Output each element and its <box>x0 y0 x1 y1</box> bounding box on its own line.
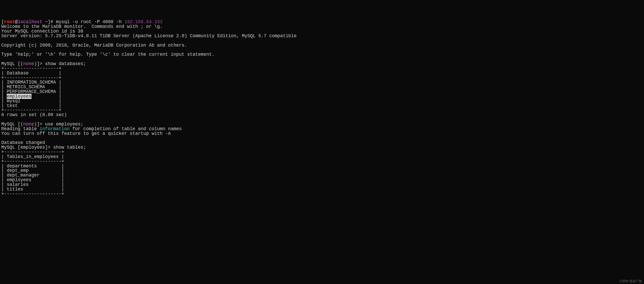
table-border: +---------------------+ <box>1 191 64 197</box>
server-version-line: Server version: 5.7.25-TiDB-v4.0.11 TiDB… <box>1 33 296 39</box>
terminal-output[interactable]: [root@localhost ~]# mysql -u root -P 400… <box>1 20 643 196</box>
turnoff-line: You can turn off this feature to get a q… <box>1 131 171 136</box>
copyright-line: Copyright (c) 2000, 2018, Oracle, MariaD… <box>1 43 187 48</box>
watermark: CSDN @赵广陆 <box>620 280 642 283</box>
row-count: 6 rows in set (0.00 sec) <box>1 112 67 117</box>
help-line: Type 'help;' or '\h' for help. Type '\c'… <box>1 52 214 57</box>
